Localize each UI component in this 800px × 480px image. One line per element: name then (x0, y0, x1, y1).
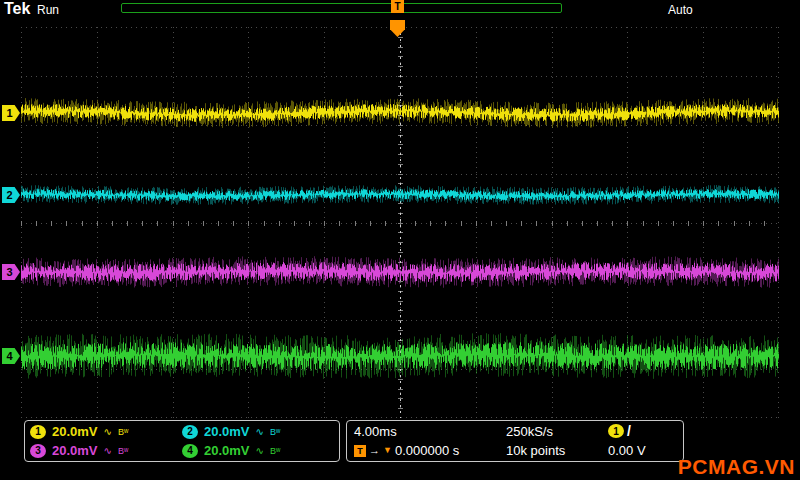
record-view-bar (121, 3, 562, 13)
record-length: 10k points (506, 443, 565, 458)
bandwidth-limit-icon: Bʷ (270, 427, 280, 437)
ac-coupling-icon: ∿ (256, 426, 264, 437)
channel-1-badge: 1 (30, 425, 46, 439)
sample-rate: 250kS/s (506, 424, 553, 439)
bandwidth-limit-icon: Bʷ (118, 427, 128, 437)
trigger-slope-icon: / (627, 424, 631, 438)
channel-4-readout: 4 20.0mV ∿ Bʷ (182, 443, 334, 458)
channel-4-scale: 20.0mV (204, 443, 250, 458)
waveform-display (21, 27, 779, 418)
channel-1-marker: 1 (2, 105, 20, 121)
channel-2-scale: 20.0mV (204, 424, 250, 439)
channel-4-marker: 4 (2, 348, 20, 364)
trigger-mode: Auto (668, 3, 693, 17)
arrow-icon: → (369, 445, 380, 456)
channel-readouts: 1 20.0mV ∿ Bʷ 2 20.0mV ∿ Bʷ 3 20.0mV ∿ B… (24, 420, 340, 462)
pcmag-watermark: PCMAG.VN (678, 455, 795, 479)
channel-2-badge: 2 (182, 425, 198, 439)
trigger-position-label: T (391, 0, 404, 13)
horizontal-trigger-readouts: 4.00ms T → ▼ 0.000000 s 250kS/s 10k poin… (346, 420, 684, 462)
trigger-position-time: 0.000000 s (395, 443, 459, 458)
trigger-source-badge: 1 (608, 424, 624, 438)
timebase-readout: 4.00ms (354, 424, 397, 439)
trigger-marker-icon: ▼ (383, 446, 392, 455)
channel-3-scale: 20.0mV (52, 443, 98, 458)
acquisition-status: Run (37, 3, 59, 17)
channel-2-readout: 2 20.0mV ∿ Bʷ (182, 424, 334, 439)
channel-4-badge: 4 (182, 444, 198, 458)
channel-3-readout: 3 20.0mV ∿ Bʷ (30, 443, 182, 458)
ac-coupling-icon: ∿ (256, 445, 264, 456)
ac-coupling-icon: ∿ (104, 445, 112, 456)
ac-coupling-icon: ∿ (104, 426, 112, 437)
channel-2-marker: 2 (2, 187, 20, 203)
channel-3-marker: 3 (2, 264, 20, 280)
trigger-icon: T (354, 445, 366, 457)
channel-1-scale: 20.0mV (52, 424, 98, 439)
channel-1-readout: 1 20.0mV ∿ Bʷ (30, 424, 182, 439)
bandwidth-limit-icon: Bʷ (270, 446, 280, 456)
tek-logo: Tek (4, 0, 30, 18)
trigger-level: 0.00 V (608, 443, 646, 458)
channel-3-badge: 3 (30, 444, 46, 458)
bandwidth-limit-icon: Bʷ (118, 446, 128, 456)
